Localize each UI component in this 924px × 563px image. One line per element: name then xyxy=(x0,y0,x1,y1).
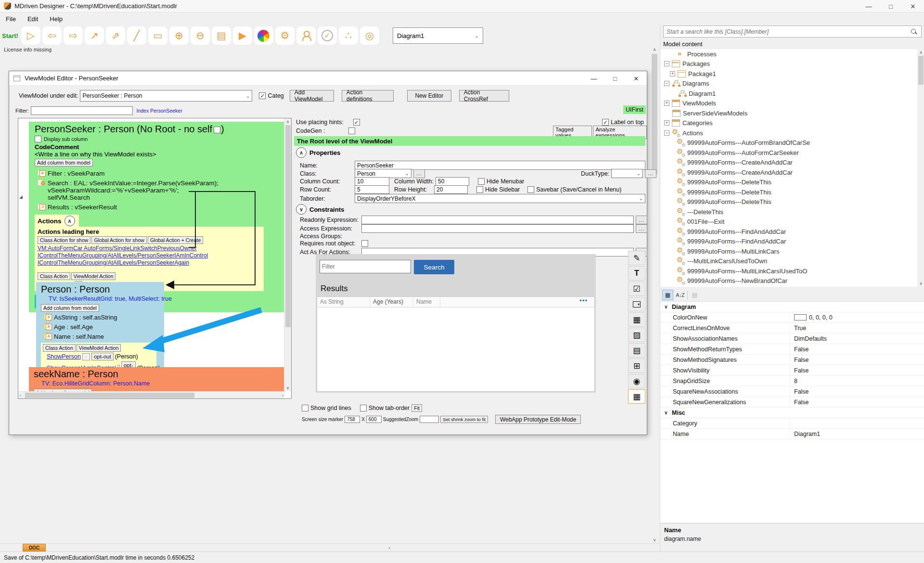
column-header[interactable]: Age (Years) xyxy=(370,297,413,307)
model-search-box[interactable] xyxy=(663,26,922,38)
tree-item-action[interactable]: 99999AutoForms---AutoFormCarSeeker xyxy=(660,148,924,158)
savebar-checkbox[interactable] xyxy=(527,186,534,193)
access-expression-input[interactable] xyxy=(361,224,634,233)
tree-item-actions[interactable]: −Actions xyxy=(660,128,924,138)
gears-icon[interactable]: ⚙ xyxy=(275,26,295,45)
screen-height-input[interactable] xyxy=(366,416,382,423)
dialog-maximize-button[interactable]: □ xyxy=(604,71,626,86)
action-detail-icon[interactable]: ▫ xyxy=(82,353,90,360)
nav-forward-icon[interactable]: ⇨ xyxy=(64,26,83,45)
tree-item-action[interactable]: 99999AutoForms---CreateAndAddCar xyxy=(660,167,924,178)
asstring-column[interactable]: AsString : self.asString xyxy=(54,314,117,321)
vscroll-thumb[interactable] xyxy=(918,56,924,85)
tree-item-packages[interactable]: −Packages xyxy=(660,59,924,69)
screen-width-input[interactable] xyxy=(345,416,360,423)
row-count-input[interactable] xyxy=(355,185,389,194)
maximize-button[interactable]: □ xyxy=(880,0,902,13)
grid-menu-icon[interactable]: ••• xyxy=(579,297,588,304)
property-row[interactable]: NameDiagram1 xyxy=(660,429,924,439)
webapp-prototype-button[interactable]: WebApp Prototype Edit-Mode xyxy=(495,415,581,424)
scroll-down-icon[interactable]: ∨ xyxy=(917,281,924,286)
action-link[interactable]: IControlTheMenuGrouping/AtAllLevels/Pers… xyxy=(38,252,261,259)
class-action-button[interactable]: Class Action xyxy=(38,272,70,280)
collapse-handle-icon[interactable]: ◢ xyxy=(19,194,23,199)
node-graph-icon[interactable]: ∴ xyxy=(339,26,358,45)
close-button[interactable]: ✕ xyxy=(902,0,924,13)
globe-icon[interactable]: ◉ xyxy=(628,374,645,388)
action-link[interactable]: IControlTheMenuGrouping/AtAllLevels/Pers… xyxy=(38,259,261,267)
row-height-input[interactable] xyxy=(434,185,468,194)
checkbox-icon[interactable]: ☑ xyxy=(628,282,645,296)
user-roles-icon[interactable] xyxy=(296,26,316,45)
menu-edit[interactable]: Edit xyxy=(22,13,44,25)
global-action-create-button[interactable]: Global Action + Create xyxy=(148,236,203,244)
opt-out-button[interactable]: opt-out xyxy=(91,353,114,360)
suggested-zoom-input[interactable] xyxy=(420,416,439,423)
person-class-box[interactable]: Person : Person TV: IsSeekerResultGrid: … xyxy=(36,282,164,379)
tree-item-action[interactable]: 99999AutoForms---DeleteThis xyxy=(660,178,924,188)
frame-select-icon[interactable]: ▭ xyxy=(148,26,167,45)
datagrid-icon[interactable]: ▦ xyxy=(628,389,645,404)
hide-menubar-checkbox[interactable] xyxy=(478,178,485,185)
preview-search-button[interactable]: Search xyxy=(414,260,454,274)
menu-help[interactable]: Help xyxy=(44,13,68,25)
scroll-down-icon[interactable]: ∨ xyxy=(651,537,658,542)
tree-item-action[interactable]: 99999AutoForms---DeleteThis xyxy=(660,197,924,207)
table-icon[interactable]: ⊞ xyxy=(628,358,645,373)
edit-pencil-icon[interactable]: ✎ xyxy=(628,251,645,265)
property-row[interactable]: ShowMethodReturnTypesFalse xyxy=(660,344,924,355)
dashed-line-icon[interactable]: ╱ xyxy=(127,26,146,45)
tree-item-action[interactable]: 001File---Exit xyxy=(660,217,924,227)
model-search-input[interactable] xyxy=(664,28,911,35)
property-row[interactable]: ColorOnNew0, 0, 0, 0 xyxy=(660,312,924,323)
vscroll-thumb[interactable] xyxy=(285,125,291,327)
property-row[interactable]: ShowVisibilityFalse xyxy=(660,365,924,376)
dialog-close-button[interactable]: ✕ xyxy=(626,71,647,86)
collapse-icon[interactable]: − xyxy=(664,81,669,86)
global-action-for-show-button[interactable]: Global Action for show xyxy=(91,236,146,244)
spiral-icon[interactable]: ◎ xyxy=(360,26,379,45)
property-row[interactable]: CorrectLinesOnMoveTrue xyxy=(660,323,924,333)
set-shrink-zoom-button[interactable]: Set shrink zoom to fit xyxy=(440,416,488,423)
autoform-window-icon[interactable]: ▤ xyxy=(212,26,231,45)
menu-file[interactable]: File xyxy=(0,13,22,25)
showperson-link[interactable]: ShowPerson xyxy=(47,353,81,360)
action-definitions-button[interactable]: Action definitions xyxy=(342,90,394,102)
tree-item-action[interactable]: ---MultiLinkCarsIUsedToOwn xyxy=(660,256,924,267)
vscroll-thumb[interactable] xyxy=(652,54,657,174)
column-header[interactable]: Name xyxy=(413,297,440,307)
categ-checkbox[interactable]: ✓ xyxy=(259,92,266,99)
scroll-left-icon[interactable]: ‹ xyxy=(20,393,21,398)
tree-item-action[interactable]: 99999AutoForms---DeleteThis xyxy=(660,187,924,197)
collapse-icon[interactable]: − xyxy=(664,130,669,136)
hide-sidebar-checkbox[interactable] xyxy=(476,186,483,193)
column-count-input[interactable] xyxy=(355,177,389,186)
uifirst-badge[interactable]: UIFirst xyxy=(623,105,646,114)
nav-back-icon[interactable]: ⇦ xyxy=(42,26,62,45)
action-crossref-button[interactable]: Action CrossRef xyxy=(459,90,509,102)
expand-icon[interactable]: + xyxy=(664,101,669,106)
start-label[interactable]: Start! xyxy=(2,32,18,39)
tree-item-action[interactable]: 99999AutoForms---MultiLinkCarsIUsedToO xyxy=(660,266,924,276)
run-window-icon[interactable]: ▶ xyxy=(233,26,252,45)
diagram-selector[interactable]: Diagram1 ⌄ xyxy=(393,27,483,44)
seekname-class-box[interactable]: seekName : Person TV: Eco.HiliteGridColu… xyxy=(29,367,284,392)
viewmodel-action-button[interactable]: ViewModel Action xyxy=(77,344,121,352)
tree-item-categories[interactable]: +Categories xyxy=(660,118,924,128)
filter-input[interactable] xyxy=(31,106,133,115)
scroll-right-icon[interactable]: › xyxy=(282,393,283,398)
calendar-icon[interactable]: ▦ xyxy=(628,312,645,327)
color-swatch[interactable] xyxy=(794,314,807,320)
zoom-in-icon[interactable]: ⊕ xyxy=(169,26,189,45)
run-play-icon[interactable]: ▷ xyxy=(21,26,40,45)
scroll-up-icon[interactable]: ∧ xyxy=(917,49,924,55)
property-row[interactable]: SquareNewGeneralizationsFalse xyxy=(660,397,924,408)
property-row[interactable]: SnapGridSize8 xyxy=(660,376,924,386)
preview-results-grid[interactable]: As String Age (Years) Name ••• xyxy=(317,296,595,392)
tree-item-serversideviewmodels[interactable]: ServerSideViewModels xyxy=(660,108,924,118)
tree-item-viewmodels[interactable]: +ViewModels xyxy=(660,99,924,109)
search-column[interactable]: Search : EAL: vSeekIntValue:=Integer.Par… xyxy=(48,179,218,201)
viewmodel-under-edit-combo[interactable]: PersonSeeker : Person⌄ xyxy=(80,90,252,102)
new-editor-button[interactable]: New Editor xyxy=(407,90,451,102)
minimize-button[interactable]: — xyxy=(858,0,880,13)
